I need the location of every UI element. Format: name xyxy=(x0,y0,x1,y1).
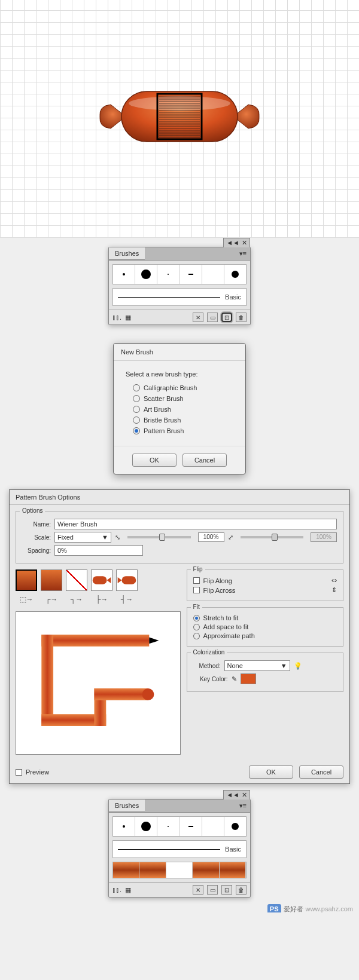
delete-brush-icon[interactable]: 🗑 xyxy=(236,313,247,322)
key-color-label: Key Color: xyxy=(193,676,228,682)
radio-scatter[interactable]: Scatter Brush xyxy=(133,393,233,404)
tile-arrow-3[interactable]: ┐→ xyxy=(66,593,87,605)
svg-rect-28 xyxy=(122,576,136,584)
tile-arrow-5[interactable]: ┤→ xyxy=(116,593,138,605)
scale-pct-2: 100% xyxy=(311,532,337,542)
pattern-brush-preview-row[interactable] xyxy=(112,862,247,878)
pattern-brush-options-dialog: Pattern Brush Options Options Name: Scal… xyxy=(9,489,350,784)
delete-brush-icon-2[interactable]: 🗑 xyxy=(236,885,247,895)
flip-along-check[interactable]: Flip Along⇔ xyxy=(193,577,337,584)
scale-min-icon: ⤡ xyxy=(115,534,120,541)
name-label: Name: xyxy=(22,521,51,528)
panel-menu-icon[interactable]: ▾≡ xyxy=(236,247,250,260)
fit-stretch[interactable]: Stretch to fit xyxy=(193,614,337,621)
new-brush-dialog: New Brush Select a new brush type: Calli… xyxy=(113,343,246,474)
inner-corner-tile[interactable] xyxy=(66,569,87,591)
flip-across-check[interactable]: Flip Across⇕ xyxy=(193,586,337,594)
options-icon-2[interactable]: ▭ xyxy=(207,885,218,895)
scale-slider-2 xyxy=(241,536,304,538)
scale-max-icon: ⤢ xyxy=(228,534,233,541)
sausage-illustration xyxy=(93,81,266,152)
scale-label: Scale: xyxy=(22,534,51,541)
scale-pct[interactable]: 100% xyxy=(198,532,224,542)
outer-corner-tile[interactable] xyxy=(41,569,62,591)
svg-rect-27 xyxy=(93,576,107,584)
pbo-cancel-button[interactable]: Cancel xyxy=(299,765,343,779)
scale-slider[interactable] xyxy=(127,536,191,538)
name-input[interactable] xyxy=(54,519,337,529)
tile-selector-row xyxy=(16,569,181,591)
tile-arrow-4[interactable]: ├→ xyxy=(91,593,112,605)
brush-preview xyxy=(16,611,181,755)
start-tile[interactable] xyxy=(91,569,112,591)
spacing-label: Spacing: xyxy=(22,547,51,554)
libraries-icon-2[interactable]: ⫿⫿. xyxy=(112,886,121,893)
pbo-ok-button[interactable]: OK xyxy=(249,765,293,779)
brushes-tab-2[interactable]: Brushes xyxy=(109,800,145,812)
panel-controls[interactable]: ◄◄✕ xyxy=(223,238,250,247)
brush-presets-row-2[interactable] xyxy=(112,816,247,837)
basic-brush-row[interactable]: Basic xyxy=(112,288,247,306)
watermark: PS 爱好者 www.psahz.com xyxy=(267,904,353,912)
new-brush-icon[interactable]: ⊡ xyxy=(221,313,232,322)
tips-icon[interactable]: 💡 xyxy=(294,662,302,670)
dialog-prompt: Select a new brush type: xyxy=(126,370,233,378)
basic-label: Basic xyxy=(225,293,241,301)
basic-brush-row-2[interactable]: Basic xyxy=(112,840,247,858)
svg-rect-29 xyxy=(41,635,149,647)
fit-space[interactable]: Add space to fit xyxy=(193,623,337,630)
pbo-title: Pattern Brush Options xyxy=(10,490,349,505)
new-brush-icon-2[interactable]: ⊡ xyxy=(221,885,232,895)
tile-arrow-1[interactable]: ⬚→ xyxy=(16,593,37,605)
spacing-input[interactable] xyxy=(54,545,143,556)
cancel-button[interactable]: Cancel xyxy=(182,454,227,467)
dialog-title: New Brush xyxy=(114,344,245,361)
remove-brush-icon[interactable]: ✕ xyxy=(193,313,203,322)
preview-check[interactable]: Preview xyxy=(16,768,49,776)
method-label: Method: xyxy=(193,663,221,669)
fit-approx[interactable]: Approximate path xyxy=(193,632,337,639)
radio-art[interactable]: Art Brush xyxy=(133,404,233,415)
radio-pattern[interactable]: Pattern Brush xyxy=(133,425,233,436)
libraries-icon[interactable]: ⫿⫿. xyxy=(112,314,121,321)
method-select[interactable]: None▼ xyxy=(224,660,290,671)
ok-button[interactable]: OK xyxy=(132,454,177,467)
colorization-fieldset: Colorization Method: None▼ 💡 Key Color: … xyxy=(187,653,343,692)
svg-point-34 xyxy=(142,688,154,700)
remove-brush-icon-2[interactable]: ✕ xyxy=(193,885,203,895)
brushes-panel-result: ◄◄✕ Brushes ▾≡ Basic ⫿⫿. ▦ xyxy=(108,799,251,898)
end-tile[interactable] xyxy=(116,569,138,591)
svg-rect-33 xyxy=(94,688,148,700)
artboard-canvas[interactable] xyxy=(0,0,359,238)
key-color-swatch[interactable] xyxy=(241,673,256,684)
options-fieldset: Options Name: Scale: Fixed▼ ⤡ 100% ⤢ 100… xyxy=(16,511,343,564)
options-icon[interactable]: ▭ xyxy=(207,313,218,322)
flip-along-icon: ⇔ xyxy=(331,577,337,584)
panel-controls-2[interactable]: ◄◄✕ xyxy=(223,790,250,800)
scale-select[interactable]: Fixed▼ xyxy=(54,532,111,543)
flip-fieldset: Flip Flip Along⇔ Flip Across⇕ xyxy=(187,569,343,601)
radio-bristle[interactable]: Bristle Brush xyxy=(133,415,233,425)
panel-menu-icon-2[interactable]: ▾≡ xyxy=(236,800,250,812)
tile-arrow-2[interactable]: ┌→ xyxy=(41,593,62,605)
side-tile[interactable] xyxy=(16,569,37,591)
svg-rect-30 xyxy=(41,635,53,726)
brushes-tab[interactable]: Brushes xyxy=(109,247,145,260)
brush-presets-row[interactable] xyxy=(112,264,247,284)
eyedropper-icon[interactable]: ✎ xyxy=(232,675,237,683)
library-menu-icon[interactable]: ▦ xyxy=(125,314,131,321)
library-menu-icon-2[interactable]: ▦ xyxy=(125,886,131,894)
fit-fieldset: Fit Stretch to fit Add space to fit Appr… xyxy=(187,607,343,647)
radio-calligraphic[interactable]: Calligraphic Brush xyxy=(133,382,233,393)
brushes-panel: ◄◄✕ Brushes ▾≡ Basic ⫿⫿. ▦ ✕ ▭ ⊡ 🗑 xyxy=(108,247,251,325)
flip-across-icon: ⇕ xyxy=(331,586,337,594)
